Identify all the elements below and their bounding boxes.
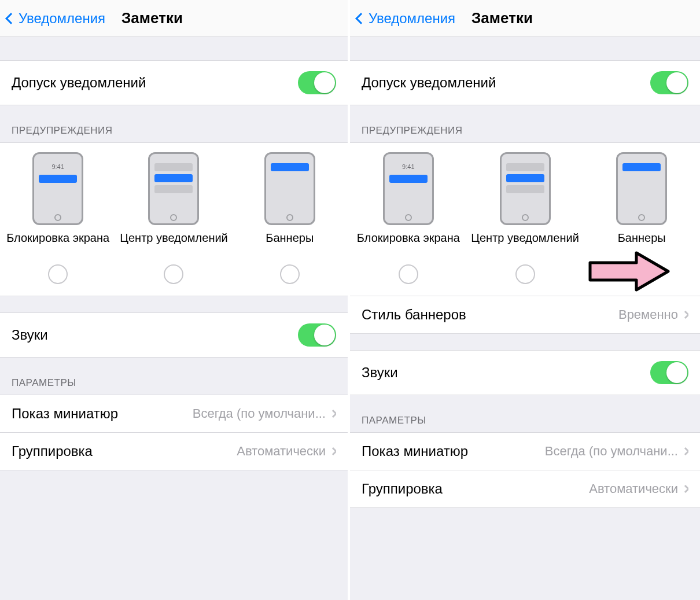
lockscreen-checkbox[interactable] (48, 264, 68, 284)
check-icon (637, 269, 646, 278)
banner-style-value: Временно (618, 307, 678, 322)
show-previews-row[interactable]: Показ миниатюр Всегда (по умолчани... (350, 432, 700, 470)
sounds-row: Звуки (0, 312, 348, 358)
banners-preview-icon (616, 152, 667, 225)
grouping-label: Группировка (12, 443, 93, 459)
allow-notifications-row: Допуск уведомлений (350, 60, 700, 105)
lockscreen-label: Блокировка экрана (357, 231, 460, 259)
allow-label: Допуск уведомлений (362, 75, 496, 91)
previews-label: Показ миниатюр (12, 406, 118, 422)
banners-label: Баннеры (618, 231, 666, 259)
banners-checkbox[interactable] (632, 264, 651, 284)
alerts-body: 9:41 Блокировка экрана (350, 142, 700, 296)
previews-label: Показ миниатюр (362, 443, 468, 459)
center-label: Центр уведомлений (471, 231, 579, 259)
allow-notifications-toggle[interactable] (298, 71, 336, 94)
grouping-row[interactable]: Группировка Автоматически (0, 433, 348, 470)
options-section-header: ПАРАМЕТРЫ (350, 395, 700, 432)
back-label: Уведомления (369, 10, 455, 27)
lockscreen-preview-icon: 9:41 (32, 152, 83, 225)
page-title: Заметки (121, 9, 183, 27)
lockscreen-checkbox[interactable] (399, 264, 418, 284)
previews-value: Всегда (по умолчани... (193, 406, 326, 421)
sounds-label: Звуки (362, 365, 398, 381)
grouping-value: Автоматически (237, 444, 326, 459)
allow-notifications-toggle[interactable] (650, 71, 688, 94)
center-checkbox[interactable] (164, 264, 183, 284)
banners-checkbox[interactable] (280, 264, 300, 284)
banner-style-label: Стиль баннеров (362, 307, 466, 323)
banners-preview-icon (264, 152, 315, 225)
alerts-section-header: ПРЕДУПРЕЖДЕНИЯ (0, 105, 348, 142)
lockscreen-label: Блокировка экрана (6, 231, 109, 259)
lockscreen-preview-icon: 9:41 (383, 152, 434, 225)
alert-option-center: Центр уведомлений (467, 152, 584, 284)
center-label: Центр уведомлений (120, 231, 228, 259)
alert-option-center: Центр уведомлений (116, 152, 231, 284)
sounds-toggle[interactable] (298, 323, 336, 347)
chevron-right-icon (329, 410, 336, 418)
chevron-right-icon (681, 447, 688, 455)
center-preview-icon (500, 152, 551, 225)
show-previews-row[interactable]: Показ миниатюр Всегда (по умолчани... (0, 395, 348, 433)
preview-time: 9:41 (389, 163, 428, 170)
grouping-label: Группировка (362, 481, 443, 497)
preview-time: 9:41 (39, 163, 77, 170)
grouping-row[interactable]: Группировка Автоматически (350, 470, 700, 508)
chevron-right-icon (681, 311, 688, 319)
alert-option-lockscreen: 9:41 Блокировка экрана (350, 152, 467, 284)
previews-value: Всегда (по умолчани... (545, 444, 678, 459)
chevron-left-icon (355, 13, 367, 24)
back-button[interactable]: Уведомления (357, 10, 455, 27)
chevron-right-icon (681, 485, 688, 493)
alert-option-banners: Баннеры (232, 152, 348, 284)
chevron-right-icon (329, 447, 336, 455)
sounds-toggle[interactable] (650, 361, 688, 384)
navbar: Уведомления Заметки (350, 0, 700, 37)
sounds-label: Звуки (12, 327, 48, 343)
chevron-left-icon (5, 13, 17, 24)
page-title: Заметки (471, 9, 533, 27)
settings-pane-after: Уведомления Заметки Допуск уведомлений П… (350, 0, 700, 600)
alert-option-banners: Баннеры (583, 152, 700, 284)
back-label: Уведомления (19, 10, 105, 27)
center-preview-icon (148, 152, 199, 225)
alert-option-lockscreen: 9:41 Блокировка экрана (0, 152, 116, 284)
allow-notifications-row: Допуск уведомлений (0, 60, 348, 105)
alerts-body: 9:41 Блокировка экрана (0, 142, 348, 296)
sounds-row: Звуки (350, 350, 700, 395)
banners-label: Баннеры (266, 231, 314, 259)
navbar: Уведомления Заметки (0, 0, 348, 37)
center-checkbox[interactable] (515, 264, 535, 284)
banner-style-row[interactable]: Стиль баннеров Временно (350, 296, 700, 334)
allow-label: Допуск уведомлений (12, 75, 146, 91)
settings-pane-before: Уведомления Заметки Допуск уведомлений П… (0, 0, 350, 600)
options-section-header: ПАРАМЕТРЫ (0, 358, 348, 395)
grouping-value: Автоматически (589, 481, 678, 496)
alerts-section-header: ПРЕДУПРЕЖДЕНИЯ (350, 105, 700, 142)
back-button[interactable]: Уведомления (7, 10, 105, 27)
